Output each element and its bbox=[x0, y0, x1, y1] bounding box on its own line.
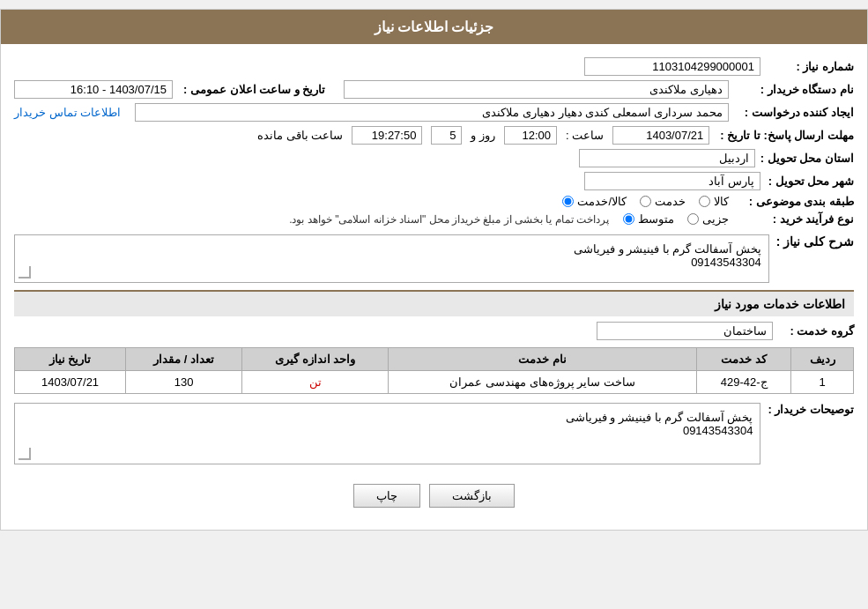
radio-kala-khadamat-input[interactable] bbox=[562, 196, 574, 207]
table-header-row: ردیف کد خدمت نام خدمت واحد اندازه گیری ت… bbox=[15, 348, 854, 371]
grohe-label: گروه خدمت : bbox=[783, 324, 854, 338]
radio-motevaset-label: متوسط bbox=[638, 212, 674, 226]
radio-motevaset-input[interactable] bbox=[623, 213, 634, 225]
print-button[interactable]: چاپ bbox=[353, 484, 420, 508]
tosihaat-box: پخش آسفالت گرم با فینیشر و فیریاشی 09143… bbox=[14, 403, 760, 464]
tabaqe-row: طبقه بندی موضوعی : کالا خدمت کالا/خدمت bbox=[14, 195, 854, 208]
tosihaat-phone: 09143543304 bbox=[22, 424, 753, 437]
col-radif: ردیف bbox=[791, 348, 854, 371]
contact-link[interactable]: اطلاعات تماس خریدار bbox=[14, 106, 121, 119]
radio-kala-label: کالا bbox=[714, 195, 729, 208]
tarikh-label: تاریخ و ساعت اعلان عمومی : bbox=[183, 83, 325, 96]
ijad-row: ایجاد کننده درخواست : محمد سرداری اسمعلی… bbox=[14, 103, 854, 122]
saat-label: ساعت : bbox=[566, 129, 604, 142]
shahr-label: شهر محل تحویل : bbox=[766, 175, 854, 188]
radio-kala: کالا bbox=[699, 195, 729, 208]
sharh-box: پخش آسفالت گرم با فینیشر و فیریاشی 09143… bbox=[14, 234, 769, 283]
nam-value: دهیاری ملاکندی bbox=[344, 80, 729, 99]
sharh-section: شرح کلی نیاز : پخش آسفالت گرم با فینیشر … bbox=[14, 234, 854, 283]
radio-khadamat: خدمت bbox=[640, 195, 686, 208]
radio-jozi-input[interactable] bbox=[687, 213, 699, 225]
radio-khadamat-label: خدمت bbox=[655, 195, 686, 208]
col-code: کد خدمت bbox=[696, 348, 790, 371]
ostan-row: استان محل تحویل : اردبیل bbox=[14, 149, 854, 167]
radio-motevaset: متوسط bbox=[623, 212, 674, 226]
grohe-row: گروه خدمت : ساختمان bbox=[14, 322, 854, 340]
ijad-value: محمد سرداری اسمعلی کندی دهیار دهیاری ملا… bbox=[135, 103, 729, 122]
shomara-value: 1103104299000001 bbox=[584, 57, 760, 76]
tabaqe-label: طبقه بندی موضوعی : bbox=[739, 195, 854, 208]
khadamat-section-header: اطلاعات خدمات مورد نیاز bbox=[14, 290, 854, 316]
radio-kala-khadamat: کالا/خدمت bbox=[562, 195, 627, 208]
mohlat-bagi: ساعت باقی مانده bbox=[257, 129, 343, 142]
ostan-value: اردبیل bbox=[579, 149, 755, 167]
content-area: شماره نیاز : 1103104299000001 نام دستگاه… bbox=[1, 44, 867, 530]
col-name: نام خدمت bbox=[389, 348, 697, 371]
cell-unit: تن bbox=[242, 371, 389, 394]
page-title: جزئیات اطلاعات نیاز bbox=[1, 10, 867, 44]
radio-kala-khadamat-label: کالا/خدمت bbox=[577, 195, 627, 208]
nam-tarikh-row: نام دستگاه خریدار : دهیاری ملاکندی تاریخ… bbox=[14, 80, 854, 99]
mohlat-row: مهلت ارسال پاسخ: تا تاریخ : 1403/07/21 س… bbox=[14, 126, 854, 145]
tosihaat-text: پخش آسفالت گرم با فینیشر و فیریاشی bbox=[22, 411, 753, 424]
tarikh-value: 1403/07/15 - 16:10 bbox=[14, 80, 173, 99]
sharh-phone: 09143543304 bbox=[22, 256, 761, 269]
mohlat-label: مهلت ارسال پاسخ: تا تاریخ : bbox=[720, 129, 854, 142]
grohe-value: ساختمان bbox=[597, 322, 773, 340]
services-table: ردیف کد خدمت نام خدمت واحد اندازه گیری ت… bbox=[14, 347, 854, 394]
farayand-radio-group: جزیی متوسط bbox=[623, 212, 729, 226]
tosihaat-section: توصیحات خریدار : پخش آسفالت گرم با فینیش… bbox=[14, 403, 854, 464]
mohlat-date: 1403/07/21 bbox=[612, 126, 709, 145]
radio-kala-input[interactable] bbox=[699, 196, 710, 207]
cell-radif: 1 bbox=[791, 371, 854, 394]
footer-buttons: بازگشت چاپ bbox=[14, 475, 854, 521]
cell-count: 130 bbox=[126, 371, 242, 394]
process-note: پرداخت تمام یا بخشی از مبلغ خریداز محل "… bbox=[289, 213, 609, 226]
tosihaat-label: توصیحات خریدار : bbox=[768, 403, 854, 416]
watermark-area: شماره نیاز : 1103104299000001 نام دستگاه… bbox=[14, 53, 854, 234]
ijad-label: ایجاد کننده درخواست : bbox=[739, 106, 854, 119]
shomara-label: شماره نیاز : bbox=[766, 60, 854, 73]
page-wrapper: جزئیات اطلاعات نیاز شماره نیاز : 1103104… bbox=[0, 9, 868, 531]
radio-jozi-label: جزیی bbox=[702, 212, 729, 226]
ostan-label: استان محل تحویل : bbox=[760, 152, 854, 165]
sharh-header: شرح کلی نیاز : bbox=[776, 234, 854, 249]
farayand-row: نوع فرآیند خرید : جزیی متوسط پرداخت تمام… bbox=[14, 212, 854, 226]
table-body: 1 ج-42-429 ساخت سایر پروژه‌های مهندسی عم… bbox=[15, 371, 854, 394]
radio-khadamat-input[interactable] bbox=[640, 196, 651, 207]
farayand-label: نوع فرآیند خرید : bbox=[739, 212, 854, 226]
table-head: ردیف کد خدمت نام خدمت واحد اندازه گیری ت… bbox=[15, 348, 854, 371]
col-date: تاریخ نیاز bbox=[15, 348, 126, 371]
cell-code: ج-42-429 bbox=[696, 371, 790, 394]
tabaqe-radio-group: کالا خدمت کالا/خدمت bbox=[562, 195, 729, 208]
sharh-text: پخش آسفالت گرم با فینیشر و فیریاشی bbox=[22, 242, 761, 256]
cell-name: ساخت سایر پروژه‌های مهندسی عمران bbox=[389, 371, 697, 394]
col-unit: واحد اندازه گیری bbox=[242, 348, 389, 371]
shahr-value: پارس آباد bbox=[584, 172, 760, 190]
back-button[interactable]: بازگشت bbox=[429, 484, 515, 508]
nam-label: نام دستگاه خریدار : bbox=[739, 83, 854, 96]
shomara-row: شماره نیاز : 1103104299000001 bbox=[14, 57, 854, 76]
radio-jozi: جزیی bbox=[687, 212, 729, 226]
col-count: تعداد / مقدار bbox=[126, 348, 242, 371]
table-row: 1 ج-42-429 ساخت سایر پروژه‌های مهندسی عم… bbox=[15, 371, 854, 394]
shahr-row: شهر محل تحویل : پارس آباد bbox=[14, 172, 854, 190]
mohlat-roz: 5 bbox=[431, 126, 462, 145]
cell-date: 1403/07/21 bbox=[15, 371, 126, 394]
roz-label: روز و bbox=[471, 129, 495, 142]
mohlat-time: 19:27:50 bbox=[352, 126, 422, 145]
mohlat-saat: 12:00 bbox=[504, 126, 557, 145]
